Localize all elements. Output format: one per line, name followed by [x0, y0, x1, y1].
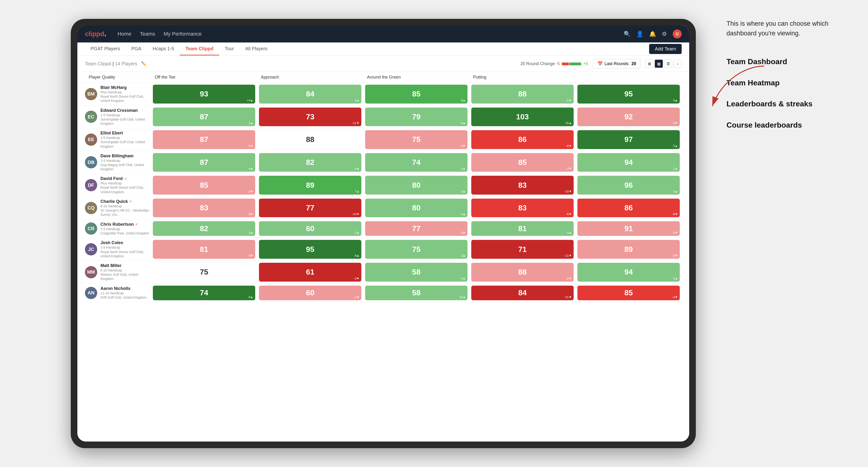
col-header-around-green[interactable]: Around the Green	[363, 72, 469, 83]
score-cell-1-4: 92-3▼	[578, 107, 680, 126]
score-value: 58	[412, 288, 421, 297]
player-cell-3[interactable]: DBDave Billingham1-5 Handicap Gog Magog …	[85, 151, 151, 174]
score-change: 8▲	[461, 99, 466, 102]
tab-hcaps[interactable]: Hcaps 1-5	[147, 42, 180, 55]
player-meta: 1-5 Handicap Sunningdale Golf Club, Unit…	[100, 113, 151, 126]
player-cell-1[interactable]: ECEdward Crossman1-5 Handicap Sunningdal…	[85, 106, 151, 128]
download-button[interactable]: ↓	[674, 60, 682, 68]
logo: clippd.	[85, 30, 106, 38]
score-cell-8-1: 61-3▼	[259, 263, 361, 282]
calendar-icon: 📅	[597, 61, 602, 66]
score-cell-7-3: 71-11▼	[471, 240, 574, 259]
team-controls: 20 Round Change -5 +5 📅 Last Rounds: 20 …	[520, 59, 682, 68]
score-cell-1-1: 73-11▼	[259, 107, 361, 126]
score-cell-0-0: 93+4▲	[153, 85, 255, 103]
score-value: 77	[412, 224, 421, 233]
score-cell-6-4: 91-3▼	[578, 221, 680, 236]
score-value: 94	[624, 268, 633, 276]
player-meta: 1-5 Handicap Craigmillar Park, United Ki…	[100, 227, 149, 236]
score-cell-5-2: 801▲	[365, 198, 467, 217]
score-change: 3▲	[673, 277, 678, 280]
person-icon[interactable]: 👤	[637, 31, 644, 37]
player-cell-2[interactable]: EEElliot Ebert1-5 Handicap Sunningdale G…	[85, 128, 151, 151]
score-cell-1-3: 10315▲	[471, 107, 574, 126]
score-value: 86	[518, 135, 527, 144]
score-value: 103	[516, 113, 529, 121]
add-team-button[interactable]: Add Team	[649, 44, 682, 54]
score-change: 3▲	[461, 190, 466, 193]
user-avatar[interactable]: U	[673, 30, 682, 38]
annotation-item-3: Leaderboards & streaks	[726, 99, 849, 109]
player-cell-7[interactable]: JCJosh Coles1-5 Handicap Royal North Dev…	[85, 238, 151, 261]
score-cell-4-3: 83-10▼	[471, 176, 574, 195]
score-value: 85	[518, 158, 527, 167]
score-value: 83	[518, 181, 527, 190]
score-change: 10▲	[459, 295, 466, 299]
col-header-tee[interactable]: Off the Tee	[151, 72, 257, 83]
score-cell-4-1: 897▲	[259, 176, 361, 195]
score-change: 5▲	[673, 144, 678, 148]
search-icon[interactable]: 🔍	[624, 31, 631, 37]
avatar: BM	[85, 88, 97, 100]
col-header-putting[interactable]: Putting	[469, 72, 576, 83]
score-change: 3▲	[673, 190, 678, 193]
avatar: JC	[85, 243, 97, 255]
score-value: 85	[412, 90, 421, 98]
score-cell-5-0: 83-3▼	[153, 198, 255, 217]
score-cell-2-1: 88	[259, 130, 361, 149]
player-cell-4[interactable]: DFDavid Ford✓Plus Handicap Royal North D…	[85, 174, 151, 196]
table-row: DBDave Billingham1-5 Handicap Gog Magog …	[78, 151, 689, 174]
player-name: Dave Billingham	[100, 154, 151, 158]
bell-icon[interactable]: 🔔	[649, 31, 656, 37]
score-cell-7-0: 81-3▼	[153, 240, 255, 259]
score-value: 73	[306, 113, 314, 121]
nav-teams[interactable]: Teams	[140, 31, 155, 37]
col-header-approach[interactable]: Approach	[257, 72, 363, 83]
score-value: 75	[200, 268, 208, 276]
tab-all-players[interactable]: All Players	[240, 42, 273, 55]
player-name: Edward Crossman	[100, 108, 151, 113]
player-cell-5[interactable]: CQCharlie Quick✓6-10 Handicap St. George…	[85, 197, 151, 219]
score-value: 91	[624, 224, 633, 233]
player-cell-6[interactable]: CRChris Robertson✓1-5 Handicap Craigmill…	[85, 219, 151, 238]
table-row: DFDavid Ford✓Plus Handicap Royal North D…	[78, 174, 689, 197]
tab-pgat-players[interactable]: PGAT Players	[85, 42, 126, 55]
score-change: 2▲	[355, 231, 360, 235]
tab-tour[interactable]: Tour	[219, 42, 240, 55]
edit-team-icon[interactable]: ✏️	[141, 61, 146, 66]
score-cell-9-4: 85-4▼	[578, 286, 680, 300]
avatar: MM	[85, 266, 97, 278]
score-cell-9-0: 748▲	[153, 286, 255, 300]
score-value: 88	[518, 90, 527, 98]
score-cell-0-1: 846▲	[259, 85, 361, 103]
table-view-button[interactable]: ▦	[655, 60, 663, 68]
score-cell-7-1: 958▲	[259, 240, 361, 259]
last-rounds-button[interactable]: 📅 Last Rounds: 20	[593, 59, 641, 68]
score-cell-6-0: 823▲	[153, 221, 255, 236]
table-row: JCJosh Coles1-5 Handicap Royal North Dev…	[78, 238, 689, 261]
player-cell-9[interactable]: ANAaron Nicholls11-15 Handicap Drift Gol…	[85, 284, 151, 302]
table-row: CQCharlie Quick✓6-10 Handicap St. George…	[78, 197, 689, 220]
nav-my-performance[interactable]: My Performance	[164, 31, 202, 37]
table-row: ECEdward Crossman1-5 Handicap Sunningdal…	[78, 106, 689, 129]
list-view-button[interactable]: ☰	[664, 60, 672, 68]
grid-view-button[interactable]: ⊞	[645, 60, 653, 68]
annotation-menu-list: Team Dashboard Team Heatmap Leaderboards…	[726, 57, 849, 130]
score-change: 4▲	[567, 231, 572, 235]
score-value: 83	[200, 204, 208, 212]
player-cell-8[interactable]: MMMatt Miller6-10 Handicap Woburn Golf C…	[85, 261, 151, 283]
score-change: -3▼	[248, 144, 253, 148]
player-cell-0[interactable]: BMBlair McHargPlus Handicap Royal North …	[85, 83, 151, 105]
col-header-player[interactable]: Player Quality	[85, 72, 151, 83]
tab-team-clippd[interactable]: Team Clippd	[180, 42, 219, 55]
score-cell-4-0: 85-3▼	[153, 176, 255, 195]
score-value: 84	[306, 90, 314, 98]
score-cell-6-2: 77-3▼	[365, 221, 467, 236]
score-change: -11▼	[352, 121, 360, 125]
player-meta: 1-5 Handicap Gog Magog Golf Club, United…	[100, 158, 151, 172]
nav-home[interactable]: Home	[118, 31, 131, 37]
score-change: 1▲	[673, 167, 678, 170]
tab-pga[interactable]: PGA	[126, 42, 147, 55]
player-rows-container: BMBlair McHargPlus Handicap Royal North …	[78, 83, 689, 302]
settings-icon[interactable]: ⚙	[662, 31, 667, 37]
